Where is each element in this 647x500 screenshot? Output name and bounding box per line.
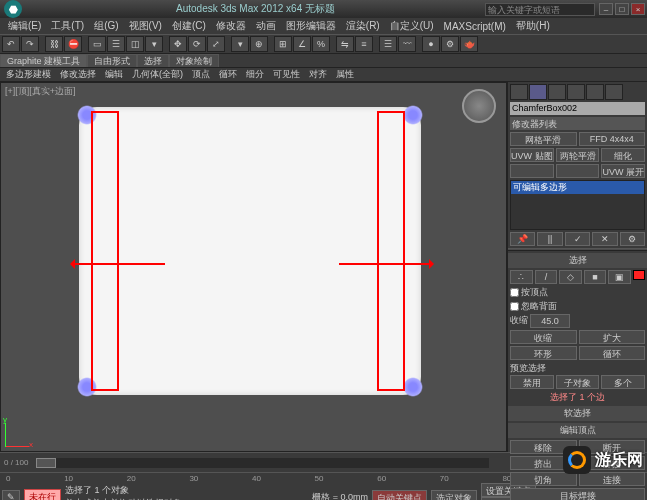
rollout-selection-header[interactable]: 选择: [508, 253, 647, 268]
menu-create[interactable]: 创建(C): [168, 19, 210, 33]
redo-icon[interactable]: ↷: [21, 36, 39, 52]
btn-preview-off[interactable]: 禁用: [510, 375, 554, 389]
menu-group[interactable]: 组(G): [90, 19, 122, 33]
selectregion-icon[interactable]: ◫: [126, 36, 144, 52]
tab-hierarchy-icon[interactable]: [548, 84, 566, 100]
mod-unwrap[interactable]: UVW 展开: [601, 164, 645, 178]
maximize-button[interactable]: □: [615, 3, 629, 15]
subribbon-edit[interactable]: 编辑: [101, 68, 127, 81]
scale-icon[interactable]: ⤢: [207, 36, 225, 52]
selectname-icon[interactable]: ☰: [107, 36, 125, 52]
curve-icon[interactable]: 〰: [398, 36, 416, 52]
stack-unique-icon[interactable]: ✓: [565, 232, 590, 246]
tab-display-icon[interactable]: [586, 84, 604, 100]
btn-ring[interactable]: 环形: [510, 346, 577, 360]
align-icon[interactable]: ≡: [355, 36, 373, 52]
selection-lock[interactable]: 未在行: [24, 489, 61, 501]
render-setup-icon[interactable]: ⚙: [441, 36, 459, 52]
ribbon-tab-freeform[interactable]: 自由形式: [87, 54, 137, 67]
stack-config-icon[interactable]: ⚙: [620, 232, 645, 246]
viewport[interactable]: [+][顶][真实+边面] x y: [0, 82, 507, 452]
subobj-vertex-icon[interactable]: ∴: [510, 270, 533, 284]
close-button[interactable]: ×: [631, 3, 645, 15]
menu-help[interactable]: 帮助(H): [512, 19, 554, 33]
modifier-stack[interactable]: 可编辑多边形: [510, 180, 645, 230]
menu-edit[interactable]: 编辑(E): [4, 19, 45, 33]
stack-remove-icon[interactable]: ✕: [592, 232, 617, 246]
mod-blank2[interactable]: [556, 164, 600, 178]
subobj-edge-icon[interactable]: /: [535, 270, 558, 284]
object-name-field[interactable]: ChamferBox002: [510, 102, 645, 115]
mirror-icon[interactable]: ⇋: [336, 36, 354, 52]
angle-spinner[interactable]: 45.0: [530, 314, 570, 328]
menu-animation[interactable]: 动画: [252, 19, 280, 33]
menu-tools[interactable]: 工具(T): [47, 19, 88, 33]
chk-byvertex[interactable]: [510, 288, 519, 297]
scene-object[interactable]: [79, 107, 421, 395]
mod-blank1[interactable]: [510, 164, 554, 178]
menu-modifiers[interactable]: 修改器: [212, 19, 250, 33]
stack-pin-icon[interactable]: 📌: [510, 232, 535, 246]
filter-icon[interactable]: ▾: [145, 36, 163, 52]
chk-ignoreback[interactable]: [510, 302, 519, 311]
stack-item-editpoly[interactable]: 可编辑多边形: [511, 181, 644, 194]
layers-icon[interactable]: ☰: [379, 36, 397, 52]
mod-ffd[interactable]: FFD 4x4x4: [579, 132, 646, 146]
btn-targetweld[interactable]: 目标焊接: [510, 488, 645, 500]
btn-preview-multi[interactable]: 多个: [601, 375, 645, 389]
rollout-softsel-header[interactable]: 软选择: [508, 406, 647, 421]
btn-loop[interactable]: 循环: [579, 346, 646, 360]
subribbon-prop[interactable]: 属性: [332, 68, 358, 81]
maxscript-icon[interactable]: ✎: [2, 490, 20, 500]
tab-create-icon[interactable]: [510, 84, 528, 100]
subribbon-align[interactable]: 对齐: [305, 68, 331, 81]
btn-connect[interactable]: 连接: [579, 472, 646, 486]
menu-view[interactable]: 视图(V): [125, 19, 166, 33]
minimize-button[interactable]: –: [599, 3, 613, 15]
subribbon-poly[interactable]: 多边形建模: [2, 68, 55, 81]
menu-script[interactable]: MAXScript(M): [440, 21, 510, 32]
viewcube-icon[interactable]: [462, 89, 496, 123]
autokey-button[interactable]: 自动关键点: [372, 490, 427, 500]
snap-icon[interactable]: ⊞: [274, 36, 292, 52]
subribbon-loop[interactable]: 循环: [215, 68, 241, 81]
ribbon-tab-paint[interactable]: 对象绘制: [169, 54, 219, 67]
btn-preview-sub[interactable]: 子对象: [556, 375, 600, 389]
rollout-editedge-header[interactable]: 编辑顶点: [508, 423, 647, 438]
color-swatch[interactable]: [633, 270, 645, 280]
angsnap-icon[interactable]: ∠: [293, 36, 311, 52]
menu-graph[interactable]: 图形编辑器: [282, 19, 340, 33]
menu-render[interactable]: 渲染(R): [342, 19, 384, 33]
tab-utilities-icon[interactable]: [605, 84, 623, 100]
undo-icon[interactable]: ↶: [2, 36, 20, 52]
material-icon[interactable]: ●: [422, 36, 440, 52]
subobj-element-icon[interactable]: ▣: [608, 270, 631, 284]
modifier-list-dropdown[interactable]: 修改器列表: [510, 117, 645, 130]
render-icon[interactable]: 🫖: [460, 36, 478, 52]
pivot-icon[interactable]: ⊕: [250, 36, 268, 52]
stack-show-icon[interactable]: ||: [537, 232, 562, 246]
subribbon-geom[interactable]: 几何体(全部): [128, 68, 187, 81]
selset-dropdown[interactable]: 选定对象: [431, 490, 477, 500]
link-icon[interactable]: ⛓: [45, 36, 63, 52]
mod-meshsmooth[interactable]: 网格平滑: [510, 132, 577, 146]
unlink-icon[interactable]: ⛔: [64, 36, 82, 52]
tab-modify-icon[interactable]: [529, 84, 547, 100]
move-icon[interactable]: ✥: [169, 36, 187, 52]
rotate-icon[interactable]: ⟳: [188, 36, 206, 52]
btn-shrink[interactable]: 收缩: [510, 330, 577, 344]
subribbon-modsel[interactable]: 修改选择: [56, 68, 100, 81]
time-slider[interactable]: [36, 458, 489, 468]
pctsnap-icon[interactable]: %: [312, 36, 330, 52]
mod-tessellate[interactable]: 细化: [601, 148, 645, 162]
tab-motion-icon[interactable]: [567, 84, 585, 100]
btn-grow[interactable]: 扩大: [579, 330, 646, 344]
subribbon-vis[interactable]: 可见性: [269, 68, 304, 81]
subobj-border-icon[interactable]: ◇: [559, 270, 582, 284]
ribbon-tab-modeling[interactable]: Graphite 建模工具: [0, 54, 87, 67]
coord-icon[interactable]: ▾: [231, 36, 249, 52]
subribbon-vert[interactable]: 顶点: [188, 68, 214, 81]
btn-chamfer[interactable]: 切角: [510, 472, 577, 486]
menu-custom[interactable]: 自定义(U): [386, 19, 438, 33]
subribbon-subdiv[interactable]: 细分: [242, 68, 268, 81]
